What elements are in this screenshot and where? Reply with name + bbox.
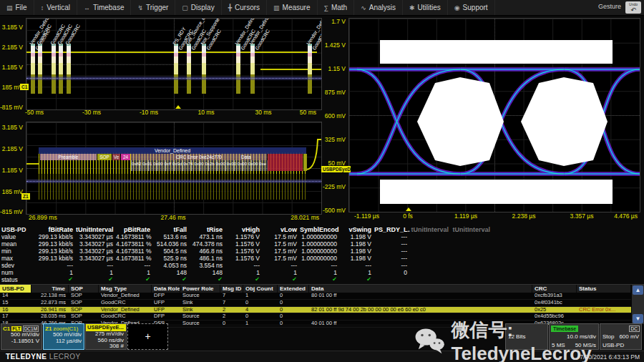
- measure-num: 148: [190, 269, 225, 276]
- row-sop: SOP: [69, 313, 99, 320]
- y-tick-label: -225 mV: [323, 183, 346, 190]
- header-status[interactable]: Status: [577, 285, 631, 293]
- menu-item[interactable]: ▤ File: [0, 0, 34, 15]
- row-data-bytes: [309, 313, 532, 320]
- measure-num: [452, 269, 493, 276]
- header-data[interactable]: Data: [309, 285, 532, 293]
- measure-num: 1: [263, 269, 300, 276]
- measure-min: 466.8 ns: [190, 248, 225, 255]
- measurement-column[interactable]: pBitRate 4.1673811 % 4.1673811 % 4.16738…: [116, 226, 153, 283]
- eye-y-axis: 1.7 V1.425 V1.15 V875 mV600 mV325 mV50 m…: [321, 18, 347, 211]
- header-msg-id[interactable]: Msg ID: [220, 285, 243, 293]
- zoom-waveform-plot[interactable]: Vendor_Defined PreambleSOPVe24CRC Error …: [26, 122, 322, 215]
- channel-badge[interactable]: C1: [20, 84, 29, 90]
- menu-item[interactable]: ╋ Cursors: [222, 0, 267, 15]
- measurement-column[interactable]: tFall 513.6 ns 514.036 ns 504.5 ns 525.9…: [153, 226, 190, 283]
- menu-item[interactable]: ◉ Support: [448, 0, 495, 15]
- decode-segment[interactable]: 24: [121, 154, 130, 160]
- measurement-column[interactable]: vLow 17.5 mV 17.5 mV 17.5 mV 17.5 mV ---…: [263, 226, 300, 283]
- measurement-column[interactable]: vSwing 1.198 V 1.198 V 1.198 V 1.198 V -…: [340, 226, 374, 283]
- add-trace-button[interactable]: +: [127, 323, 168, 350]
- measurement-column[interactable]: tUnitInterval: [410, 226, 452, 283]
- scroll-up-button[interactable]: ▲: [633, 285, 643, 295]
- channel-waveform-plot[interactable]: Vendor_Defined GoodCRC GoodCRC GoodCRC G…: [26, 18, 322, 110]
- measure-value: 17.5 mV: [263, 233, 300, 240]
- decode-table-row[interactable]: 15 22.873 ms SOP GoodCRC UFP Sink 7 0 0 …: [0, 300, 631, 307]
- menu-item[interactable]: ↔ Timebase: [77, 0, 132, 15]
- measure-max: ---: [374, 255, 410, 262]
- timebase-descriptor[interactable]: Timebase 10.0 ms/div 5 MS 50 MS/s: [549, 323, 599, 350]
- decode-segment[interactable]: SOP: [97, 154, 112, 160]
- menu-item-icon: ↔: [84, 4, 90, 11]
- zoom-z1-descriptor[interactable]: Z1 zoom(C1) 500 mV/div 112 µs/div: [43, 323, 84, 350]
- measurement-name: tUnitInterval: [452, 226, 493, 233]
- acquisition-descriptor[interactable]: 12 Bits: [505, 323, 548, 350]
- measure-status-check: [452, 276, 493, 283]
- decode-scrollbar[interactable]: ▲ ▼: [632, 285, 644, 324]
- header-crc[interactable]: CRC: [532, 285, 577, 293]
- header-msg-type[interactable]: Msg Type: [99, 285, 152, 293]
- menu-item[interactable]: ↯ Trigger: [131, 0, 175, 15]
- header-power-role[interactable]: Power Role: [180, 285, 220, 293]
- header-time[interactable]: Time: [31, 285, 69, 293]
- trigger-descriptor[interactable]: DC Stop 600 mV USB-PD: [600, 323, 642, 350]
- header-extended[interactable]: Extended: [278, 285, 309, 293]
- measure-sdev: ---: [374, 262, 410, 269]
- row-label: mean: [1, 240, 30, 248]
- menu-item[interactable]: ▥ Measure: [267, 0, 317, 15]
- eye-trace-descriptor[interactable]: USBPDEyeE... 275 mV/div 560 ns/div 308 #: [85, 323, 127, 350]
- decode-table-row[interactable]: 17 28.035 ms SOP GoodCRC DFP Source 2 0 …: [0, 313, 631, 321]
- decode-segment[interactable]: Ve: [112, 154, 120, 160]
- decode-segment[interactable]: Preamble: [40, 154, 97, 160]
- measurement-name: fBitRate: [30, 226, 76, 233]
- channel-c1-descriptor[interactable]: C1 FLT DC1M 500 mV/div -1.18501 V: [1, 323, 42, 350]
- measurement-column[interactable]: tRise 473.1 ns 474.378 ns 466.8 ns 486.1…: [190, 226, 225, 283]
- measure-num: 1: [76, 269, 116, 276]
- header-usbpd[interactable]: USB-PD: [0, 285, 31, 293]
- menu-item[interactable]: ∿ Analysis: [354, 0, 403, 15]
- x-tick-label: 50 ms: [300, 109, 316, 116]
- zoom-badge[interactable]: Z1: [21, 193, 30, 200]
- measurement-column[interactable]: vHigh 1.1576 V 1.1576 V 1.1576 V 1.1576 …: [225, 226, 263, 283]
- timebase-rate: 50 MS/s: [575, 342, 596, 348]
- menu-item[interactable]: ✱ Utilities: [403, 0, 448, 15]
- measure-status-check: ✔: [225, 276, 263, 283]
- measurement-column[interactable]: tUnitInterval: [452, 226, 493, 283]
- x-tick-label: 28.021 ms: [291, 214, 319, 221]
- zoom-y-axis: 3.185 V2.185 V1.185 V185 mV-815 mV: [0, 122, 24, 213]
- header-data-role[interactable]: Data Role: [152, 285, 180, 293]
- z1-tdiv: 112 µs/div: [44, 338, 84, 345]
- measurement-column[interactable]: tUnitInterval 3.343027 µs 3.343027 µs 3.…: [76, 226, 116, 283]
- undo-button[interactable]: Undo ↶: [625, 1, 641, 14]
- measure-max: 525.9 ns: [153, 255, 190, 262]
- oscilloscope-screen: ▤ File ↕ Vertical ↔ Timebase ↯ Trigger ▢…: [0, 0, 644, 362]
- eye-trace-badge[interactable]: USBPDEyeDia: [321, 166, 351, 172]
- measure-mean: 3.343027 µs: [76, 240, 116, 248]
- measure-num: 1: [30, 269, 76, 276]
- menu-item-label: Display: [191, 4, 215, 11]
- menu-item-label: Analysis: [369, 4, 396, 11]
- decode-table-row[interactable]: 16 26.941 ms SOP Vendor_Defined UFP Sink…: [0, 307, 631, 314]
- header-sop[interactable]: SOP: [69, 285, 99, 293]
- timebase-label: Timebase: [551, 326, 578, 332]
- scroll-down-button[interactable]: ▼: [633, 314, 643, 323]
- measurement-column[interactable]: SymblEncod 1.000000000 1.000000000 1.000…: [300, 226, 340, 283]
- decode-table-row[interactable]: 14 22.138 ms SOP Vendor_Defined DFP Sour…: [0, 293, 631, 300]
- row-time: 22.873 ms: [31, 300, 69, 306]
- menu-item[interactable]: ▢ Display: [175, 0, 221, 15]
- eye-diagram-plot[interactable]: [348, 18, 640, 212]
- menu-item[interactable]: ∑ Math: [318, 0, 355, 15]
- row-time: 28.035 ms: [31, 313, 69, 320]
- measure-mean: 1.000000000: [300, 240, 340, 248]
- y-tick-label: 2.185 V: [2, 44, 23, 51]
- row-data-bytes: 80 01 00 ff: [309, 293, 532, 299]
- measure-max: 4.1673811 %: [116, 255, 153, 262]
- measure-value: 513.6 ns: [153, 233, 190, 240]
- x-tick-label: 1.119 µs: [454, 212, 477, 220]
- menu-item-icon: ✱: [409, 4, 415, 11]
- measurement-column[interactable]: PS_RDY_L... --- --- --- --- --- 0: [374, 226, 410, 283]
- header-obj-count[interactable]: Obj Count: [243, 285, 278, 293]
- decode-frame-band[interactable]: Vendor_Defined: [39, 147, 306, 154]
- measurement-column[interactable]: fBitRate 299.13 kbit/s 299.13 kbit/s 299…: [30, 226, 76, 283]
- menu-item[interactable]: ↕ Vertical: [34, 0, 77, 15]
